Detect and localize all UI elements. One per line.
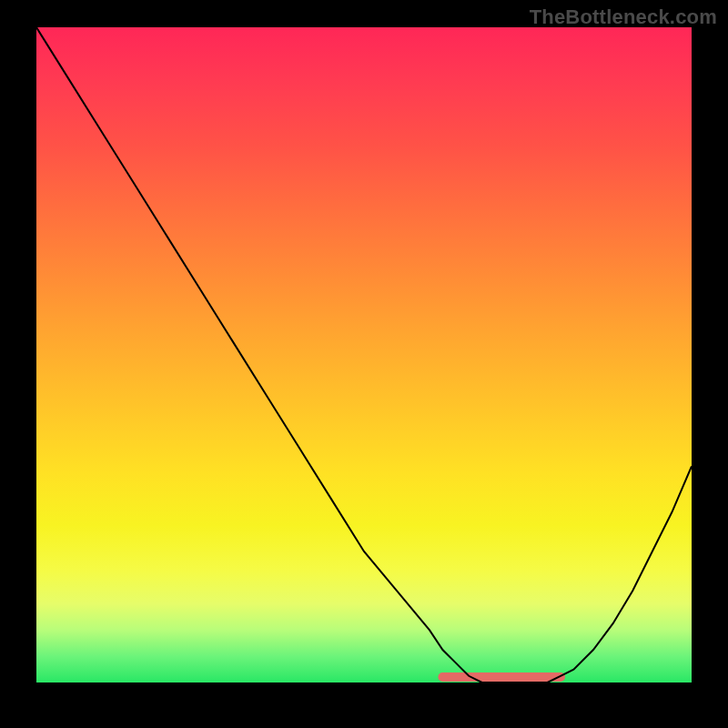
bottleneck-curve — [36, 27, 692, 682]
chart-frame: TheBottleneck.com — [0, 0, 728, 728]
curve-svg — [36, 27, 692, 682]
plot-wrap — [36, 27, 692, 682]
watermark-text: TheBottleneck.com — [530, 5, 717, 29]
